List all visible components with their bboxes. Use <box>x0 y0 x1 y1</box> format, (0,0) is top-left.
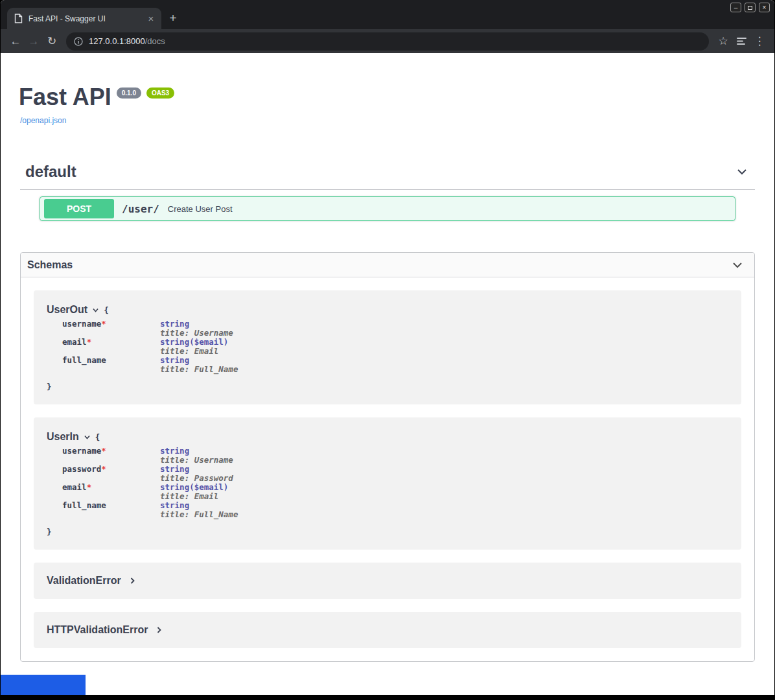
tag-section-default: default POST /user/ Create User Post <box>20 162 755 221</box>
openapi-spec-link[interactable]: /openapi.json <box>20 116 66 125</box>
required-star: * <box>101 446 106 456</box>
property-name: username <box>62 319 101 329</box>
property-type: string($email) <box>160 483 228 492</box>
tab-close-icon[interactable]: × <box>146 14 156 23</box>
property-row: username* string title: Username <box>62 447 728 465</box>
model-httpvalidationerror[interactable]: HTTPValidationError <box>34 612 741 648</box>
new-tab-button[interactable]: + <box>164 9 182 27</box>
property-title: title: Email <box>160 492 228 501</box>
chevron-down-icon[interactable] <box>735 165 748 178</box>
swagger-page: Fast API 0.1.0 OAS3 /openapi.json defaul… <box>1 53 774 695</box>
property-type: string <box>160 447 233 456</box>
status-bubble <box>1 675 86 695</box>
schemas-title: Schemas <box>27 259 73 271</box>
opblock-post-user[interactable]: POST /user/ Create User Post <box>40 196 735 221</box>
property-row: password* string title: Password <box>62 465 728 483</box>
tab-title: Fast API - Swagger UI <box>29 14 140 23</box>
page-favicon-icon <box>14 14 23 23</box>
property-row: full_name string title: Full_Name <box>62 501 728 519</box>
oas3-badge: OAS3 <box>146 88 174 99</box>
model-title: HTTPValidationError <box>47 624 148 636</box>
property-name: full_name <box>62 500 106 510</box>
url-text: 127.0.0.1:8000/docs <box>89 36 165 46</box>
models-container: UserOut { username* string title: Userna… <box>21 277 754 661</box>
required-star: * <box>87 337 92 347</box>
property-type: string <box>160 320 233 329</box>
method-badge: POST <box>44 199 114 218</box>
schemas-section: Schemas UserOut { <box>20 252 755 662</box>
tag-header[interactable]: default <box>20 162 755 190</box>
address-bar[interactable]: 127.0.0.1:8000/docs <box>66 32 709 51</box>
chevron-right-icon <box>156 626 163 634</box>
back-icon[interactable]: ← <box>6 32 25 51</box>
schemas-header[interactable]: Schemas <box>21 253 754 277</box>
property-row: email* string($email) title: Email <box>62 483 728 501</box>
close-button[interactable]: × <box>759 3 770 12</box>
chevron-down-icon[interactable] <box>92 307 99 314</box>
bookmark-star-icon[interactable]: ☆ <box>714 32 732 51</box>
browser-tab[interactable]: Fast API - Swagger UI × <box>7 8 161 29</box>
model-userout: UserOut { username* string title: Userna… <box>34 290 741 404</box>
property-row: email* string($email) title: Email <box>62 338 728 356</box>
property-name: email <box>62 337 87 347</box>
chevron-down-icon[interactable] <box>731 259 744 272</box>
reload-icon[interactable]: ↻ <box>43 32 61 51</box>
property-title: title: Username <box>160 329 233 338</box>
property-title: title: Email <box>160 347 228 356</box>
property-type: string <box>160 356 238 365</box>
maximize-button[interactable] <box>745 3 756 12</box>
chevron-down-icon[interactable] <box>84 434 91 441</box>
api-info: Fast API 0.1.0 OAS3 /openapi.json <box>1 53 774 126</box>
property-type: string($email) <box>160 338 228 347</box>
info-icon[interactable] <box>74 37 83 46</box>
model-userin: UserIn { username* string title: Usernam… <box>34 417 741 550</box>
window-titlebar: Fast API - Swagger UI × + – × <box>1 0 774 29</box>
tab-strip: Fast API - Swagger UI × + <box>1 0 774 29</box>
property-title: title: Full_Name <box>160 510 238 519</box>
required-star: * <box>101 319 106 329</box>
required-star: * <box>87 482 92 492</box>
property-title: title: Username <box>160 456 233 465</box>
brace-close: } <box>47 382 728 391</box>
menu-kebab-icon[interactable]: ⋮ <box>750 32 769 51</box>
property-name: full_name <box>62 355 106 365</box>
url-host: 127.0.0.1:8000 <box>89 36 145 46</box>
property-name: email <box>62 482 87 492</box>
chevron-right-icon <box>129 577 136 585</box>
operation-summary: Create User Post <box>168 204 233 214</box>
page-title: Fast API <box>19 84 111 110</box>
property-row: full_name string title: Full_Name <box>62 356 728 374</box>
property-title: title: Full_Name <box>160 365 238 374</box>
model-title[interactable]: UserOut <box>47 303 87 316</box>
model-title[interactable]: UserIn <box>47 430 79 443</box>
brace-close: } <box>47 527 728 537</box>
property-row: username* string title: Username <box>62 320 728 338</box>
tag-title: default <box>25 162 76 181</box>
property-type: string <box>160 501 238 510</box>
property-type: string <box>160 465 233 474</box>
extensions-icon[interactable] <box>732 32 750 51</box>
property-name: username <box>62 446 101 456</box>
brace-open: { <box>95 432 100 442</box>
required-star: * <box>101 464 106 474</box>
minimize-button[interactable]: – <box>730 3 741 12</box>
property-title: title: Password <box>160 474 233 483</box>
model-validationerror[interactable]: ValidationError <box>34 563 741 599</box>
maximize-icon <box>748 6 752 10</box>
brace-open: { <box>104 305 109 315</box>
browser-window: Fast API - Swagger UI × + – × ← → ↻ 127.… <box>1 0 774 695</box>
window-controls: – × <box>730 3 770 12</box>
browser-toolbar: ← → ↻ 127.0.0.1:8000/docs ☆ ⋮ <box>1 29 774 53</box>
version-badge: 0.1.0 <box>117 88 141 99</box>
url-path: /docs <box>145 36 165 46</box>
property-name: password <box>62 464 101 474</box>
operation-path: /user/ <box>122 203 159 215</box>
model-title: ValidationError <box>47 574 121 587</box>
forward-icon[interactable]: → <box>25 32 43 51</box>
